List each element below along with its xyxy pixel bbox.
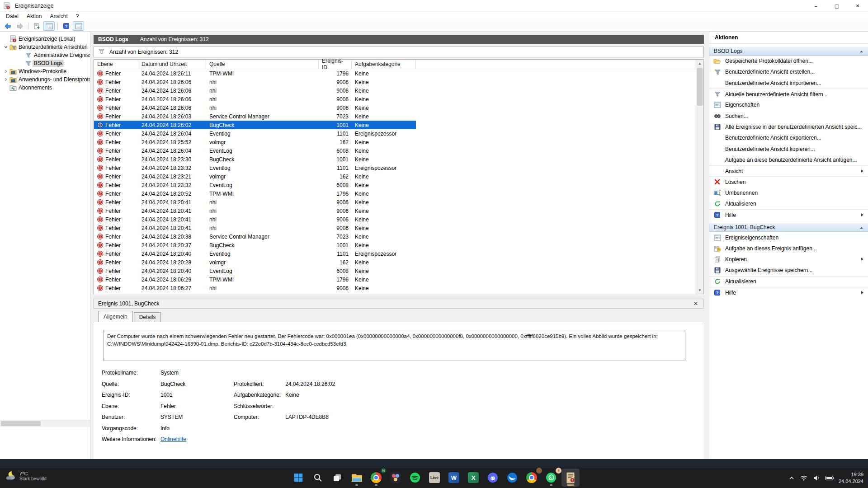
resolve-icon[interactable] bbox=[387, 469, 405, 487]
scroll-down-arrow[interactable]: ▼ bbox=[696, 286, 703, 294]
action-kopieren[interactable]: Kopieren bbox=[709, 254, 868, 265]
tree-item-administrative-ereignisse[interactable]: Administrative Ereignisse bbox=[0, 51, 90, 59]
event-row[interactable]: !Fehler24.04.2024 18:23:21volmgr162Keine bbox=[94, 172, 416, 181]
collapse-arrow-icon[interactable] bbox=[859, 224, 863, 230]
action-umbenennen[interactable]: Umbenennen bbox=[709, 188, 868, 198]
event-row[interactable]: !Fehler24.04.2024 18:26:04Eventlog1101Er… bbox=[94, 129, 416, 138]
wifi-icon[interactable] bbox=[800, 475, 808, 481]
action-aktualisieren[interactable]: Aktualisieren bbox=[709, 198, 868, 209]
event-row[interactable]: !Fehler24.04.2024 18:20:40EventLog6008Ke… bbox=[94, 267, 416, 275]
minimize-button[interactable]: – bbox=[806, 0, 826, 12]
action-hilfe[interactable]: ?Hilfe bbox=[709, 209, 868, 220]
action-suchen[interactable]: Suchen... bbox=[709, 110, 868, 121]
start-icon[interactable] bbox=[289, 469, 307, 487]
tree-item-benutzerdefinierte-ansichten[interactable]: Benutzerdefinierte Ansichten bbox=[0, 43, 90, 51]
action-gespeicherte-protokolldatei-ffnen[interactable]: Gespeicherte Protokolldatei öffnen... bbox=[709, 56, 868, 66]
event-row[interactable]: !Fehler24.04.2024 18:06:29TPM-WMI1796Kei… bbox=[94, 275, 416, 284]
event-row[interactable]: !Fehler24.04.2024 18:23:32Eventlog1101Er… bbox=[94, 164, 416, 172]
menu-item-ansicht[interactable]: Ansicht bbox=[46, 12, 71, 20]
console-tree-icon[interactable] bbox=[43, 21, 55, 31]
column-header-ereignis-id[interactable]: Ereignis-ID bbox=[319, 60, 352, 69]
menu-item-datei[interactable]: Datei bbox=[2, 12, 23, 20]
excel-icon[interactable]: X bbox=[464, 469, 482, 487]
console-window-icon[interactable] bbox=[73, 21, 84, 31]
action-aufgabe-an-diese-benutzerdefinierte-ansicht-anf-gen[interactable]: Aufgabe an diese benutzerdefinierte Ansi… bbox=[709, 155, 868, 165]
menu-item-?[interactable]: ? bbox=[72, 12, 83, 20]
event-row[interactable]: !Fehler24.04.2024 18:23:32EventLog6008Ke… bbox=[94, 181, 416, 189]
discord-icon[interactable] bbox=[484, 469, 502, 487]
column-header-datum-und-uhrzeit[interactable]: Datum und Uhrzeit bbox=[138, 60, 206, 69]
action-ansicht[interactable]: Ansicht bbox=[709, 165, 868, 176]
actions-section-header-ereignis-1001-bugcheck[interactable]: Ereignis 1001, BugCheck bbox=[709, 223, 868, 232]
tree-item-abonnements[interactable]: Abonnements bbox=[0, 84, 90, 92]
tab-allgemein[interactable]: Allgemein bbox=[98, 311, 133, 322]
explorer-icon[interactable] bbox=[348, 469, 366, 487]
menu-item-aktion[interactable]: Aktion bbox=[23, 12, 46, 20]
event-row[interactable]: !Fehler24.04.2024 18:23:30BugCheck1001Ke… bbox=[94, 155, 416, 164]
action-ereigniseigenschaften[interactable]: Ereigniseigenschaften bbox=[709, 232, 868, 243]
event-row[interactable]: !Fehler24.04.2024 18:06:27nhi9006Keine bbox=[94, 284, 416, 292]
chevron-expanded-icon[interactable] bbox=[3, 45, 9, 49]
whatsapp-icon[interactable]: 4 bbox=[542, 469, 560, 487]
open-saved-log-icon[interactable] bbox=[31, 21, 42, 31]
spotify-icon[interactable] bbox=[406, 469, 424, 487]
collapse-arrow-icon[interactable] bbox=[859, 48, 863, 54]
actions-section-header-bsod-logs[interactable]: BSOD Logs bbox=[709, 47, 868, 56]
action-benutzerdefinierte-ansicht-importieren[interactable]: Benutzerdefinierte Ansicht importieren..… bbox=[709, 78, 868, 89]
event-viewer-taskbar-icon[interactable] bbox=[561, 469, 580, 487]
event-row[interactable]: !Fehler24.04.2024 18:26:06nhi9006Keine bbox=[94, 86, 416, 95]
chrome-icon[interactable]: N bbox=[367, 469, 385, 487]
event-row[interactable]: !Fehler24.04.2024 18:20:38Service Contro… bbox=[94, 232, 416, 241]
action-aktuelle-benutzerdefinierte-ansicht-filtern[interactable]: Aktuelle benutzerdefinierte Ansicht filt… bbox=[709, 89, 868, 99]
scroll-up-arrow[interactable]: ▲ bbox=[696, 60, 703, 67]
task-view-icon[interactable] bbox=[328, 469, 346, 487]
event-row[interactable]: !Fehler24.04.2024 18:25:52volmgr162Keine bbox=[94, 138, 416, 146]
tree-item-bsod-logs[interactable]: BSOD Logs bbox=[0, 59, 90, 67]
event-row[interactable]: !Fehler24.04.2024 18:26:11TPM-WMI1796Kei… bbox=[94, 69, 416, 78]
taskbar-clock[interactable]: 19:39 24.04.2024 bbox=[839, 471, 863, 485]
battery-icon[interactable] bbox=[825, 475, 835, 481]
table-scrollbar-thumb[interactable] bbox=[697, 68, 703, 106]
event-row[interactable]: !Fehler24.04.2024 18:20:40Eventlog1101Er… bbox=[94, 249, 416, 258]
event-row[interactable]: !Fehler24.04.2024 18:26:04EventLog6008Ke… bbox=[94, 146, 416, 155]
weather-widget[interactable]: 7°C Stark bewölkt bbox=[5, 469, 47, 483]
online-help-link[interactable]: Onlinehilfe bbox=[160, 436, 234, 442]
tree-horizontal-scrollbar[interactable] bbox=[0, 420, 90, 427]
column-header-aufgabenkategorie[interactable]: Aufgabenkategorie bbox=[352, 60, 416, 69]
forward-icon[interactable] bbox=[14, 21, 25, 31]
action-eigenschaften[interactable]: Eigenschaften bbox=[709, 99, 868, 110]
action-benutzerdefinierte-ansicht-exportieren[interactable]: Benutzerdefinierte Ansicht exportieren..… bbox=[709, 132, 868, 143]
tree-item-ereignisanzeige-lokal-[interactable]: Ereignisanzeige (Lokal) bbox=[0, 35, 90, 43]
event-row[interactable]: !Fehler24.04.2024 18:20:52TPM-WMI1796Kei… bbox=[94, 189, 416, 198]
chevron-collapsed-icon[interactable] bbox=[3, 77, 9, 82]
event-row[interactable]: !Fehler24.04.2024 18:26:06nhi9006Keine bbox=[94, 95, 416, 103]
event-row[interactable]: !Fehler24.04.2024 18:26:06nhi9006Keine bbox=[94, 103, 416, 112]
tree-item-anwendungs-und-dienstprotokolle[interactable]: Anwendungs- und Dienstprotokolle bbox=[0, 75, 90, 84]
action-benutzerdefinierte-ansicht-erstellen[interactable]: Benutzerdefinierte Ansicht erstellen... bbox=[709, 66, 868, 77]
tree-scrollbar-thumb[interactable] bbox=[1, 421, 41, 426]
event-row[interactable]: !Fehler24.04.2024 18:20:41nhi9006Keine bbox=[94, 215, 416, 224]
event-row[interactable]: !Fehler24.04.2024 18:20:41nhi9006Keine bbox=[94, 224, 416, 232]
event-row[interactable]: !Fehler24.04.2024 18:26:02BugCheck1001Ke… bbox=[94, 121, 416, 129]
event-row[interactable]: !Fehler24.04.2024 18:20:41nhi9006Keine bbox=[94, 206, 416, 215]
maximize-button[interactable]: ▢ bbox=[826, 0, 847, 12]
word-icon[interactable]: W bbox=[445, 469, 463, 487]
action-benutzerdefinierte-ansicht-kopieren[interactable]: Benutzerdefinierte Ansicht kopieren... bbox=[709, 143, 868, 154]
event-row[interactable]: !Fehler24.04.2024 18:26:06nhi9006Keine bbox=[94, 78, 416, 86]
event-row[interactable]: !Fehler24.04.2024 18:20:37BugCheck1001Ke… bbox=[94, 241, 416, 249]
action-hilfe[interactable]: ?Hilfe bbox=[709, 287, 868, 298]
column-header-ebene[interactable]: Ebene bbox=[94, 60, 138, 69]
action-ausgew-hlte-ereignisse-speichern[interactable]: Ausgewählte Ereignisse speichern... bbox=[709, 265, 868, 276]
tree-item-windows-protokolle[interactable]: Windows-Protokolle bbox=[0, 67, 90, 75]
back-icon[interactable] bbox=[2, 21, 13, 31]
action-aufgabe-an-dieses-ereignis-anf-gen[interactable]: Aufgabe an dieses Ereignis anfügen... bbox=[709, 243, 868, 254]
action-aktualisieren[interactable]: Aktualisieren bbox=[709, 276, 868, 287]
event-row[interactable]: !Fehler24.04.2024 18:20:41nhi9006Keine bbox=[94, 198, 416, 206]
thunderbird-icon[interactable] bbox=[503, 469, 521, 487]
tab-details[interactable]: Details bbox=[134, 312, 161, 322]
ableton-live-icon[interactable]: Live bbox=[425, 469, 443, 487]
chevron-collapsed-icon[interactable] bbox=[3, 69, 9, 74]
event-row[interactable]: !Fehler24.04.2024 18:20:28volmgr162Keine bbox=[94, 258, 416, 267]
action-alle-ereignisse-in-der-benutzerdefinierten-ansicht-speic[interactable]: Alle Ereignisse in der benutzerdefiniert… bbox=[709, 122, 868, 132]
chrome-profile-icon[interactable] bbox=[523, 469, 541, 487]
